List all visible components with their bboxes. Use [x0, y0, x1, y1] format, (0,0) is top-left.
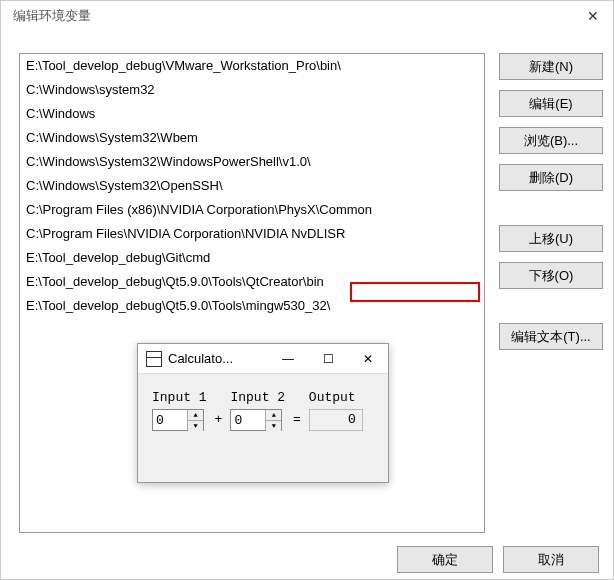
spin-down-icon[interactable]: ▼: [266, 421, 281, 431]
maximize-icon[interactable]: ☐: [308, 344, 348, 374]
output-group: Output 0: [309, 390, 363, 431]
input-2-label: Input 2: [230, 390, 285, 405]
spin-down-icon[interactable]: ▼: [188, 421, 203, 431]
move-down-button[interactable]: 下移(O): [499, 262, 603, 289]
list-item[interactable]: C:\Windows: [20, 102, 484, 126]
plus-operator: +: [215, 412, 223, 431]
move-up-button[interactable]: 上移(U): [499, 225, 603, 252]
list-item[interactable]: C:\Windows\System32\WindowsPowerShell\v1…: [20, 150, 484, 174]
edit-button[interactable]: 编辑(E): [499, 90, 603, 117]
input-2-group: Input 2 ▲ ▼: [230, 390, 285, 431]
equals-operator: =: [293, 412, 301, 431]
list-item[interactable]: C:\Program Files (x86)\NVIDIA Corporatio…: [20, 198, 484, 222]
list-item[interactable]: C:\Windows\System32\Wbem: [20, 126, 484, 150]
delete-button[interactable]: 删除(D): [499, 164, 603, 191]
env-var-edit-dialog: 编辑环境变量 ✕ E:\Tool_develop_debug\VMware_Wo…: [0, 0, 614, 580]
browse-button[interactable]: 浏览(B)...: [499, 127, 603, 154]
list-item[interactable]: C:\Program Files\NVIDIA Corporation\NVID…: [20, 222, 484, 246]
output-value: 0: [309, 409, 363, 431]
list-item[interactable]: E:\Tool_develop_debug\Qt5.9.0\Tools\QtCr…: [20, 270, 484, 294]
list-item[interactable]: E:\Tool_develop_debug\Git\cmd: [20, 246, 484, 270]
input-1-field[interactable]: [153, 410, 187, 430]
ok-button[interactable]: 确定: [397, 546, 493, 573]
cancel-button[interactable]: 取消: [503, 546, 599, 573]
calculator-title: Calculato...: [168, 351, 268, 366]
input-2-field[interactable]: [231, 410, 265, 430]
input-1-spinbox[interactable]: ▲ ▼: [152, 409, 204, 431]
dialog-title-bar: 编辑环境变量 ✕: [1, 1, 613, 31]
calculator-app-icon: [146, 351, 162, 367]
list-item[interactable]: E:\Tool_develop_debug\Qt5.9.0\Tools\ming…: [20, 294, 484, 318]
calculator-body: Input 1 ▲ ▼ + Input 2 ▲: [138, 374, 388, 445]
calculator-window: Calculato... — ☐ ✕ Input 1 ▲ ▼: [137, 343, 389, 483]
dialog-title: 编辑环境变量: [13, 7, 91, 25]
list-item[interactable]: E:\Tool_develop_debug\VMware_Workstation…: [20, 54, 484, 78]
close-icon[interactable]: ✕: [583, 8, 603, 24]
output-label: Output: [309, 390, 363, 405]
input-2-spinbox[interactable]: ▲ ▼: [230, 409, 282, 431]
side-button-column: 新建(N) 编辑(E) 浏览(B)... 删除(D) 上移(U) 下移(O) 编…: [499, 53, 603, 350]
edit-text-button[interactable]: 编辑文本(T)...: [499, 323, 603, 350]
spin-up-icon[interactable]: ▲: [188, 410, 203, 421]
new-button[interactable]: 新建(N): [499, 53, 603, 80]
dialog-body: E:\Tool_develop_debug\VMware_Workstation…: [1, 31, 613, 533]
input-1-group: Input 1 ▲ ▼: [152, 390, 207, 431]
input-1-label: Input 1: [152, 390, 207, 405]
list-item[interactable]: C:\Windows\System32\OpenSSH\: [20, 174, 484, 198]
minimize-icon[interactable]: —: [268, 344, 308, 374]
close-icon[interactable]: ✕: [348, 344, 388, 374]
list-item[interactable]: C:\Windows\system32: [20, 78, 484, 102]
calculator-title-bar[interactable]: Calculato... — ☐ ✕: [138, 344, 388, 374]
spin-up-icon[interactable]: ▲: [266, 410, 281, 421]
calculator-window-controls: — ☐ ✕: [268, 344, 388, 374]
dialog-footer: 确定 取消: [397, 546, 599, 573]
